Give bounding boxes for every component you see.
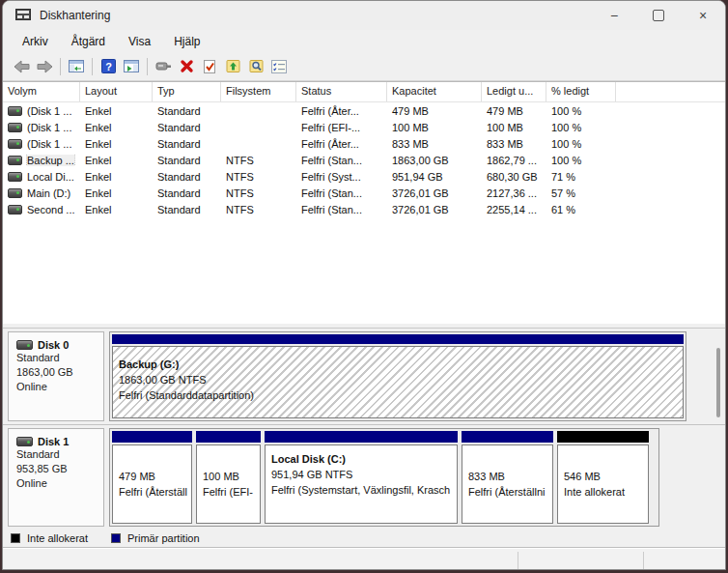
app-icon xyxy=(15,9,32,22)
volume-ledigt: 2255,14 ... xyxy=(482,204,546,215)
volume-status: Felfri (Åter... xyxy=(296,105,387,117)
partition-size: 833 MB xyxy=(468,469,546,484)
disk-size: 1863,00 GB xyxy=(16,365,103,380)
volume-kapacitet: 3726,01 GB xyxy=(387,204,482,215)
partition-size: 479 MB xyxy=(119,469,185,484)
disk-1-row: Disk 1 Standard 953,85 GB Online 479 MB … xyxy=(3,425,725,530)
legend-swatch-unallocated xyxy=(11,533,20,543)
volume-ledigt: 833 MB xyxy=(482,138,546,150)
volume-filsystem: NTFS xyxy=(221,187,296,199)
statusbar-divider xyxy=(643,552,644,569)
partition-backup-g[interactable]: Backup (G:) 1863,00 GB NTFS Felfri (Stan… xyxy=(112,334,684,418)
volume-icon xyxy=(8,188,22,198)
disk-0-label[interactable]: Disk 0 Standard 1863,00 GB Online xyxy=(8,331,104,421)
volume-typ: Standard xyxy=(153,138,221,150)
partition-body: 100 MB Felfri (EFI- xyxy=(196,444,261,524)
volume-typ: Standard xyxy=(153,187,221,199)
console-tree-icon[interactable] xyxy=(65,56,88,77)
column-header-filsystem[interactable]: Filsystem xyxy=(221,82,296,101)
column-header-typ[interactable]: Typ xyxy=(153,82,221,101)
menu-hjalp[interactable]: Hjälp xyxy=(164,33,210,50)
volume-status: Felfri (Syst... xyxy=(296,171,387,183)
volume-pct-ledigt: 100 % xyxy=(546,138,616,150)
volume-typ: Standard xyxy=(153,171,221,183)
scrollbar-thumb[interactable] xyxy=(716,348,720,417)
partition-local-disk-c[interactable]: Local Disk (C:) 951,94 GB NTFS Felfri (S… xyxy=(265,431,458,524)
volume-icon xyxy=(8,205,22,215)
properties-check-icon[interactable] xyxy=(198,56,221,77)
menu-atgard[interactable]: Åtgärd xyxy=(62,33,115,50)
column-header-layout[interactable]: Layout xyxy=(80,82,153,101)
menu-visa[interactable]: Visa xyxy=(119,33,160,50)
legend-label-unallocated: Inte allokerat xyxy=(27,532,88,544)
volume-filsystem: NTFS xyxy=(221,204,296,215)
volume-status: Felfri (Stan... xyxy=(296,204,387,215)
volume-ledigt: 100 MB xyxy=(482,122,546,133)
table-row[interactable]: Local Di... Enkel Standard NTFS Felfri (… xyxy=(3,168,725,185)
volume-kapacitet: 3726,01 GB xyxy=(387,187,482,199)
volume-name: (Disk 1 ... xyxy=(27,122,71,133)
vertical-scrollbar[interactable] xyxy=(714,330,723,529)
volume-name: Local Di... xyxy=(27,171,74,183)
close-button[interactable]: × xyxy=(681,1,725,30)
volume-icon xyxy=(8,106,22,116)
table-row[interactable]: (Disk 1 ... Enkel Standard Felfri (Åter.… xyxy=(3,102,725,119)
column-header-status[interactable]: Status xyxy=(296,82,387,101)
table-row[interactable]: (Disk 1 ... Enkel Standard Felfri (Åter.… xyxy=(3,135,725,152)
help-icon[interactable]: ? xyxy=(97,56,120,77)
volume-layout: Enkel xyxy=(80,138,153,150)
back-icon[interactable] xyxy=(10,56,33,77)
volume-name: Main (D:) xyxy=(27,187,70,199)
folder-up-icon[interactable] xyxy=(221,56,244,77)
volume-pct-ledigt: 100 % xyxy=(546,105,616,117)
volume-icon xyxy=(8,172,22,182)
delete-volume-icon[interactable] xyxy=(175,56,198,77)
volume-pct-ledigt: 100 % xyxy=(546,155,616,166)
partition-title: Local Disk (C:) xyxy=(271,451,451,467)
maximize-button[interactable] xyxy=(636,1,681,30)
disk-name: Disk 1 xyxy=(38,436,69,447)
partition-color-bar xyxy=(112,431,192,443)
table-row[interactable]: Second ... Enkel Standard NTFS Felfri (S… xyxy=(3,201,725,217)
disk-status: Online xyxy=(16,380,103,394)
folder-search-icon[interactable] xyxy=(244,56,267,77)
volume-ledigt: 1862,79 ... xyxy=(482,155,546,166)
partition-efi[interactable]: 100 MB Felfri (EFI- xyxy=(196,431,261,524)
volume-typ: Standard xyxy=(153,204,221,215)
action-pane-icon[interactable] xyxy=(120,56,143,77)
disk-icon xyxy=(16,437,33,446)
column-header-ledigt[interactable]: Ledigt u... xyxy=(482,82,546,101)
disk-0-row: Disk 0 Standard 1863,00 GB Online Backup… xyxy=(3,329,725,425)
partition-recovery-1[interactable]: 479 MB Felfri (Återställ xyxy=(112,431,192,524)
minimize-button[interactable]: − xyxy=(592,1,636,30)
volume-layout: Enkel xyxy=(80,187,153,199)
table-row[interactable]: (Disk 1 ... Enkel Standard Felfri (EFI-.… xyxy=(3,119,725,135)
checklist-icon[interactable] xyxy=(267,56,291,77)
partition-size: 100 MB xyxy=(203,469,254,484)
toolbar-separator xyxy=(60,58,61,75)
column-header-pct-ledigt[interactable]: % ledigt xyxy=(546,82,616,101)
legend: Inte allokerat Primär partition xyxy=(3,530,725,545)
table-row[interactable]: Backup ... Enkel Standard NTFS Felfri (S… xyxy=(3,152,725,168)
disk-management-window: Diskhantering − × Arkiv Åtgärd Visa Hjäl… xyxy=(2,0,726,570)
column-header-volym[interactable]: Volym xyxy=(3,82,80,101)
table-row[interactable]: Main (D:) Enkel Standard NTFS Felfri (St… xyxy=(3,185,725,201)
volume-list: Volym Layout Typ Filsystem Status Kapaci… xyxy=(3,81,725,324)
toolbar-separator xyxy=(92,58,93,75)
column-header-kapacitet[interactable]: Kapacitet xyxy=(387,82,482,101)
volume-kapacitet: 1863,00 GB xyxy=(387,155,482,166)
volume-typ: Standard xyxy=(153,155,221,166)
partition-recovery-2[interactable]: 833 MB Felfri (Återställni xyxy=(462,431,553,524)
partition-status: Felfri (Återställni xyxy=(468,484,546,500)
partition-size: 951,94 GB NTFS xyxy=(271,467,451,482)
forward-icon[interactable] xyxy=(33,56,56,77)
disk-1-label[interactable]: Disk 1 Standard 953,85 GB Online xyxy=(8,428,104,527)
device-icon[interactable] xyxy=(152,56,175,77)
partition-color-bar xyxy=(265,431,458,443)
menu-arkiv[interactable]: Arkiv xyxy=(13,33,58,50)
window-title: Diskhantering xyxy=(40,9,110,22)
partition-color-bar xyxy=(112,334,684,344)
disk-graphical-pane: Disk 0 Standard 1863,00 GB Online Backup… xyxy=(3,328,725,530)
disk-icon xyxy=(16,340,33,350)
partition-unallocated[interactable]: 546 MB Inte allokerat xyxy=(557,431,649,524)
